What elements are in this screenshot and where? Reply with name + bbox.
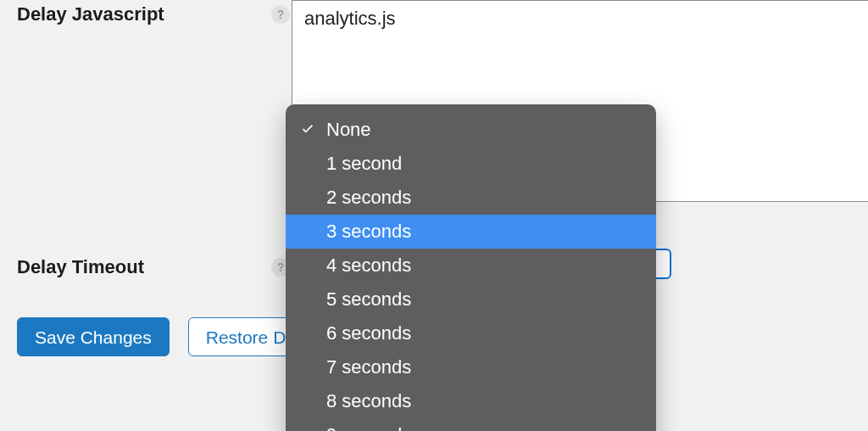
settings-panel: analytics.js Delay Javascript ? Delay Ti… [0, 0, 868, 431]
dropdown-option-label: 6 seconds [326, 322, 411, 344]
dropdown-option-label: 4 seconds [326, 255, 411, 277]
dropdown-option-label: 5 seconds [326, 288, 411, 311]
save-button[interactable]: Save Changes [17, 317, 170, 356]
dropdown-option-3-seconds[interactable]: 3 seconds [286, 215, 656, 249]
check-icon [298, 119, 317, 137]
dropdown-option-6-seconds[interactable]: 6 seconds [286, 316, 656, 350]
dropdown-option-none[interactable]: None [286, 113, 656, 147]
dropdown-option-2-seconds[interactable]: 2 seconds [286, 181, 656, 215]
dropdown-option-label: 8 seconds [326, 390, 411, 412]
delay-timeout-dropdown[interactable]: None 1 second 2 seconds 3 seconds 4 seco… [286, 104, 656, 431]
dropdown-option-label: 3 seconds [326, 221, 411, 243]
dropdown-option-label: 2 seconds [326, 187, 411, 209]
dropdown-option-5-seconds[interactable]: 5 seconds [286, 283, 656, 316]
dropdown-option-label: 7 seconds [326, 356, 411, 378]
dropdown-option-7-seconds[interactable]: 7 seconds [286, 350, 656, 384]
dropdown-option-1-second[interactable]: 1 second [286, 147, 656, 181]
dropdown-option-8-seconds[interactable]: 8 seconds [286, 384, 656, 418]
dropdown-option-label: None [326, 119, 371, 141]
delay-timeout-row: Delay Timeout ? [17, 256, 290, 278]
dropdown-option-4-seconds[interactable]: 4 seconds [286, 249, 656, 283]
delay-javascript-label: Delay Javascript [17, 3, 271, 25]
dropdown-option-9-seconds[interactable]: 9 seconds [286, 418, 656, 431]
dropdown-option-label: 1 second [326, 153, 402, 175]
dropdown-option-label: 9 seconds [326, 424, 411, 431]
delay-timeout-label: Delay Timeout [17, 256, 271, 278]
help-icon[interactable]: ? [271, 5, 290, 24]
delay-javascript-value: analytics.js [304, 8, 396, 29]
delay-javascript-row: Delay Javascript ? [17, 3, 290, 25]
